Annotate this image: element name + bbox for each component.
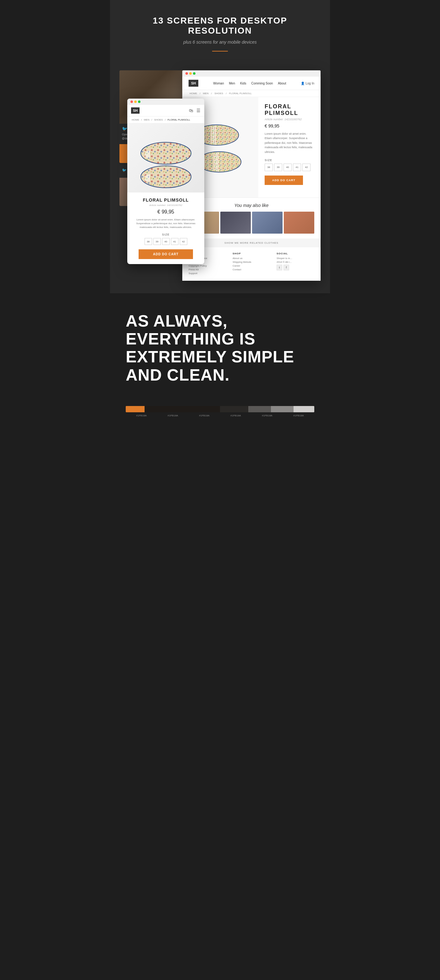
desktop-breadcrumb: HOME / MEN / SHOES / FLORAL PLIMSOLL <box>182 90 320 97</box>
svg-point-51 <box>211 161 212 162</box>
desktop-price: € 99,95 <box>265 123 314 129</box>
mobile-browser-bar <box>127 99 204 105</box>
hero-divider <box>212 51 228 51</box>
desktop-size-38[interactable]: 38 <box>265 164 273 171</box>
footer-shop-col: SHOP About us Shipping Metods Career Con… <box>233 252 270 276</box>
desktop-login[interactable]: 👤 Log In <box>301 82 314 85</box>
hero-title: 13 SCREENS FOR DESKTOP RESOLUTION <box>123 16 317 36</box>
desktop-size-40[interactable]: 40 <box>284 164 292 171</box>
mobile-description: Lorem ipsum dolor sit amet enim. Etiam u… <box>132 218 200 229</box>
palette-orange <box>126 406 145 412</box>
related-image-3[interactable] <box>252 212 282 234</box>
svg-point-39 <box>209 139 210 140</box>
nav-link-coming-soon[interactable]: Comming Soon <box>251 82 273 85</box>
footer-shipping[interactable]: Shipping Metods <box>233 261 270 263</box>
mobile-menu-icon[interactable]: ☰ <box>196 108 201 113</box>
tagline-section: AS ALWAYS, EVERYTHING IS EXTREMELY SIMPL… <box>110 293 330 400</box>
footer-copyright[interactable]: Copyright Policy <box>188 264 226 267</box>
mobile-mockup: SH 🛍 ☰ HOME / MEN / SHOES / FLORAL PLIMS… <box>127 99 204 264</box>
svg-point-52 <box>211 164 212 165</box>
breadcrumb-shoes-d[interactable]: SHOES <box>214 92 223 95</box>
footer-contact[interactable]: Contact <box>233 268 270 271</box>
desktop-product-info: FLORAL PLIMSOLL Article number: 14210160… <box>258 97 320 197</box>
mobile-shoe-image <box>127 123 204 192</box>
palette-label-2: #1FB18A <box>157 414 188 417</box>
desktop-size-label: SIZE <box>265 159 314 162</box>
svg-point-6 <box>141 142 191 164</box>
desktop-size-39[interactable]: 39 <box>274 164 282 171</box>
palette-label-1: #1FB18A <box>126 414 157 417</box>
related-image-4[interactable] <box>284 212 314 234</box>
footer-shop-title: SHOP <box>233 252 270 255</box>
hero-subtitle: plus 6 screens for any mobile devices <box>123 40 317 45</box>
mobile-size-38[interactable]: 38 <box>145 238 152 245</box>
mobile-add-to-cart-button[interactable]: ADD DO CART <box>139 249 193 259</box>
mobile-product-title: FLORAL PLIMSOLL <box>132 197 200 202</box>
tagline-line4: AND CLEAN. <box>126 366 314 384</box>
tagline-line1: AS ALWAYS, <box>126 312 314 330</box>
palette-gray1 <box>248 406 271 412</box>
mobile-size-40[interactable]: 40 <box>162 238 170 245</box>
mobile-price: € 99,95 <box>132 209 200 215</box>
nav-link-about[interactable]: About <box>278 82 286 85</box>
palette-bar <box>126 406 314 412</box>
svg-rect-7 <box>145 152 147 158</box>
hero-section: 13 SCREENS FOR DESKTOP RESOLUTION plus 6… <box>110 0 330 64</box>
nav-link-kids[interactable]: Kids <box>240 82 246 85</box>
footer-social-title: SOCIAL <box>277 252 314 255</box>
desktop-add-to-cart-button[interactable]: ADD DO CART <box>265 175 303 185</box>
palette-dark2 <box>220 406 248 412</box>
breadcrumb-home-d[interactable]: HOME <box>190 92 197 95</box>
desktop-article: Article number: 14210160762 <box>265 118 314 121</box>
footer-career[interactable]: Career <box>233 264 270 267</box>
mobile-shoe-graphic <box>138 130 194 186</box>
mobile-size-41[interactable]: 41 <box>171 238 179 245</box>
palette-labels: #1FB18A #1FB18A #1FB18A #1FB18A #1FB18A … <box>126 414 314 417</box>
breadcrumb-men: MEN <box>144 118 150 121</box>
palette-label-5: #1FB18A <box>252 414 283 417</box>
mobile-bag-icon[interactable]: 🛍 <box>189 108 193 113</box>
footer-social-text: Shoper is m... <box>277 257 314 260</box>
mobile-size-39[interactable]: 39 <box>153 238 161 245</box>
breadcrumb-product-d: FLORAL PLIMSOLL <box>229 92 252 95</box>
svg-point-1 <box>141 166 191 188</box>
desktop-related-title: You may also like <box>188 203 314 208</box>
footer-press[interactable]: Press Kit <box>188 268 226 271</box>
svg-point-37 <box>209 135 210 136</box>
related-images <box>188 212 314 234</box>
desktop-browser-bar <box>182 70 320 76</box>
svg-rect-8 <box>147 151 148 158</box>
user-icon: 👤 <box>301 82 304 85</box>
svg-rect-9 <box>149 151 150 158</box>
mobile-breadcrumb: HOME / MEN / SHOES / FLORAL PLIMSOLL <box>127 116 204 123</box>
breadcrumb-men-d[interactable]: MEN <box>203 92 209 95</box>
article-number: 14210160762 <box>284 118 302 121</box>
mobile-size-label: SIZE <box>132 233 200 236</box>
nav-link-woman[interactable]: Woman <box>213 82 224 85</box>
desktop-size-42[interactable]: 42 <box>302 164 311 171</box>
breadcrumb-shoes: SHOES <box>154 118 163 121</box>
palette-section: #1FB18A #1FB18A #1FB18A #1FB18A #1FB18A … <box>110 400 330 430</box>
desktop-dot-yellow <box>189 72 192 75</box>
palette-dark1 <box>145 406 220 412</box>
desktop-product-title: FLORAL PLIMSOLL <box>265 103 314 116</box>
footer-about[interactable]: About us <box>233 257 270 260</box>
twitter-social-icon[interactable]: t <box>277 265 282 270</box>
mobile-size-42[interactable]: 42 <box>180 238 187 245</box>
nav-link-men[interactable]: Men <box>229 82 235 85</box>
palette-light <box>293 406 314 412</box>
browser-dot-yellow <box>134 100 137 103</box>
svg-point-53 <box>211 166 212 167</box>
desktop-dot-red <box>185 72 188 75</box>
palette-gray2 <box>271 406 293 412</box>
related-image-2[interactable] <box>220 212 251 234</box>
article-label: Article number: <box>265 118 284 121</box>
footer-support[interactable]: Support <box>188 272 226 275</box>
palette-label-4: #1FB18A <box>220 414 252 417</box>
desktop-dot-green <box>193 72 196 75</box>
facebook-social-icon[interactable]: f <box>284 265 289 270</box>
screens-section: 🐦 Opening thoughts... @shopname #follow … <box>110 64 330 293</box>
browser-dot-red <box>131 100 133 103</box>
desktop-size-41[interactable]: 41 <box>293 164 301 171</box>
footer-social-icons: t f <box>277 265 314 270</box>
